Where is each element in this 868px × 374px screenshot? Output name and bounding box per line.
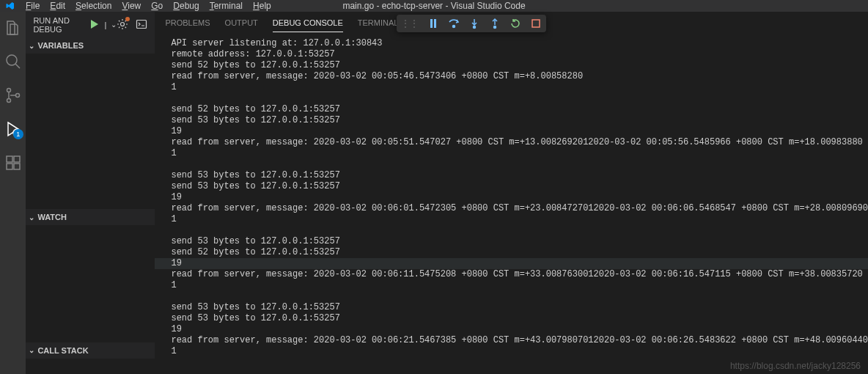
svg-point-9 xyxy=(121,22,125,26)
console-line: 19 xyxy=(155,258,868,269)
debug-settings-button[interactable] xyxy=(117,18,128,32)
console-line: send 53 bytes to 127.0.0.1:53257 xyxy=(171,115,868,126)
activity-run-debug[interactable]: 1 xyxy=(4,120,22,138)
console-line: read from server, message: 2020-03-02 00… xyxy=(171,71,868,82)
svg-rect-10 xyxy=(137,20,147,28)
menu-help[interactable]: Help xyxy=(248,1,276,11)
step-over-button[interactable] xyxy=(448,18,460,29)
stop-button[interactable] xyxy=(530,18,542,29)
watermark: https://blog.csdn.net/jacky128256 xyxy=(730,361,861,371)
console-line: 1 xyxy=(171,148,868,159)
tab-output[interactable]: Output xyxy=(225,14,258,32)
sidebar-title: RUN AND DEBUG xyxy=(33,16,84,34)
console-line: send 52 bytes to 127.0.0.1:53257 xyxy=(171,60,868,71)
menu-edit[interactable]: Edit xyxy=(45,1,70,11)
console-line: read from server, message: 2020-03-02 00… xyxy=(171,203,868,214)
section-variables-label: Variables xyxy=(37,41,84,50)
vscode-icon xyxy=(6,1,15,10)
restart-button[interactable] xyxy=(510,18,521,29)
section-callstack-label: Call Stack xyxy=(37,346,88,355)
svg-rect-8 xyxy=(14,156,20,162)
section-watch-body xyxy=(26,225,155,342)
debug-toolbar: ⋮⋮ xyxy=(397,15,546,32)
drag-handle-icon[interactable]: ⋮⋮ xyxy=(401,18,419,29)
config-separator: | xyxy=(105,21,107,29)
menu-terminal[interactable]: Terminal xyxy=(205,1,248,11)
debug-console-output[interactable]: API server listening at: 127.0.0.1:30843… xyxy=(155,34,868,374)
tab-terminal[interactable]: Terminal xyxy=(358,14,399,32)
chevron-down-icon: ⌄ xyxy=(29,42,34,50)
svg-rect-6 xyxy=(7,164,12,169)
console-line: 1 xyxy=(171,214,868,225)
sidebar-header: RUN AND DEBUG | ⌄ xyxy=(26,12,155,37)
section-watch-label: Watch xyxy=(37,213,67,221)
svg-point-14 xyxy=(474,26,476,29)
tab-problems[interactable]: Problems xyxy=(165,14,210,32)
chevron-down-icon: ⌄ xyxy=(29,346,34,354)
section-callstack-header[interactable]: ⌄ Call Stack xyxy=(26,342,155,359)
chevron-down-icon: ⌄ xyxy=(29,213,34,221)
console-line: send 53 bytes to 127.0.0.1:53257 xyxy=(171,313,868,324)
console-line: 19 xyxy=(171,192,868,203)
console-line: send 52 bytes to 127.0.0.1:53257 xyxy=(171,247,868,258)
console-line: read from server, message: 2020-03-02 00… xyxy=(171,335,868,346)
console-line: 1 xyxy=(171,82,868,93)
activity-bar: 1 xyxy=(0,12,26,374)
menu-bar: File Edit Selection View Go Debug Termin… xyxy=(21,1,276,11)
activity-extensions[interactable] xyxy=(4,154,22,172)
settings-badge-dot xyxy=(125,17,130,21)
svg-rect-16 xyxy=(532,20,540,27)
debug-console-toggle[interactable] xyxy=(136,18,147,32)
svg-rect-7 xyxy=(14,164,20,169)
console-line: read from server, message: 2020-03-02 00… xyxy=(171,137,868,148)
console-line: 19 xyxy=(171,324,868,335)
console-line: 1 xyxy=(171,280,868,291)
section-callstack-body xyxy=(26,359,155,374)
title-bar: File Edit Selection View Go Debug Termin… xyxy=(0,0,868,12)
section-watch-header[interactable]: ⌄ Watch xyxy=(26,209,155,225)
section-variables-body xyxy=(26,54,155,209)
svg-point-3 xyxy=(15,94,19,98)
svg-rect-11 xyxy=(430,19,433,28)
svg-point-2 xyxy=(7,99,10,103)
svg-point-0 xyxy=(7,55,17,65)
menu-selection[interactable]: Selection xyxy=(70,1,117,11)
sidebar: RUN AND DEBUG | ⌄ ⌄ Variables xyxy=(26,12,155,374)
svg-point-13 xyxy=(453,26,455,28)
activity-explorer[interactable] xyxy=(4,19,22,37)
svg-rect-12 xyxy=(434,19,436,28)
console-line: read from server, message: 2020-03-02 00… xyxy=(171,269,868,280)
console-line: send 53 bytes to 127.0.0.1:53257 xyxy=(171,236,868,247)
console-line: send 52 bytes to 127.0.0.1:53257 xyxy=(171,104,868,115)
svg-point-1 xyxy=(7,89,10,92)
start-debug-button[interactable] xyxy=(89,18,100,32)
debug-badge: 1 xyxy=(13,129,23,139)
console-line: 1 xyxy=(171,346,868,357)
section-variables-header[interactable]: ⌄ Variables xyxy=(26,37,155,54)
activity-search[interactable] xyxy=(4,53,22,70)
step-into-button[interactable] xyxy=(468,18,480,29)
console-line xyxy=(171,93,868,104)
svg-rect-5 xyxy=(7,156,12,162)
console-line: 19 xyxy=(171,126,868,137)
pause-button[interactable] xyxy=(427,18,439,29)
menu-view[interactable]: View xyxy=(117,1,146,11)
activity-source-control[interactable] xyxy=(4,87,22,104)
editor-area: Problems Output Debug Console Terminal ⋮… xyxy=(155,12,868,374)
svg-point-15 xyxy=(494,26,496,29)
menu-debug[interactable]: Debug xyxy=(168,1,204,11)
step-out-button[interactable] xyxy=(489,18,501,29)
console-line xyxy=(171,159,868,170)
console-line xyxy=(171,225,868,236)
config-dropdown[interactable]: ⌄ xyxy=(111,21,117,29)
menu-file[interactable]: File xyxy=(21,1,45,11)
console-line: send 53 bytes to 127.0.0.1:53257 xyxy=(171,181,868,192)
console-line xyxy=(171,291,868,302)
window-title: main.go - echo-tcp-server - Visual Studi… xyxy=(342,1,525,11)
console-line: send 53 bytes to 127.0.0.1:53257 xyxy=(171,302,868,313)
tab-debug-console[interactable]: Debug Console xyxy=(273,14,343,32)
console-line: API server listening at: 127.0.0.1:30843 xyxy=(171,38,868,49)
console-line: remote address: 127.0.0.1:53257 xyxy=(171,49,868,60)
menu-go[interactable]: Go xyxy=(146,1,168,11)
console-line: send 53 bytes to 127.0.0.1:53257 xyxy=(171,170,868,181)
